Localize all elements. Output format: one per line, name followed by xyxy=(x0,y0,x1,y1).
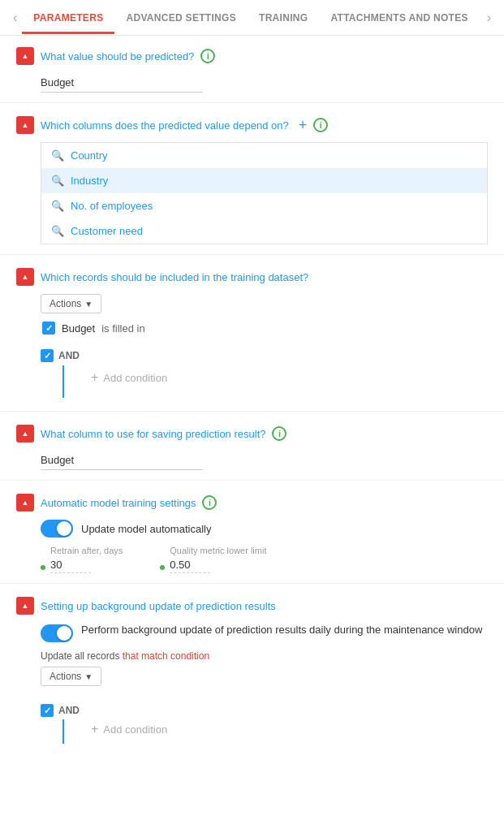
auto-update-toggle[interactable] xyxy=(41,520,73,538)
background-conditions-block: AND + Add condition xyxy=(41,694,488,746)
save-prediction-input[interactable] xyxy=(41,451,203,470)
column-label-employees: No. of employees xyxy=(71,200,153,212)
top-nav: ‹ PARAMETERS ADVANCED SETTINGS TRAINING … xyxy=(0,0,504,36)
section-columns: Which columns does the predicted value d… xyxy=(0,105,504,253)
background-update-toggle[interactable] xyxy=(41,624,73,642)
section4-collapse-icon[interactable] xyxy=(16,425,34,443)
add-column-icon[interactable]: + xyxy=(299,117,308,134)
bg-add-condition-button[interactable]: + Add condition xyxy=(91,722,167,736)
quality-label: Quality metric lower limit xyxy=(170,546,266,555)
column-label-country: Country xyxy=(71,149,108,162)
update-all-prefix: Update all records xyxy=(41,650,119,662)
search-icon-customer-need: 🔍 xyxy=(51,225,64,237)
toggle-thumb xyxy=(57,521,71,536)
section3-header: Which records should be included in the … xyxy=(16,268,488,286)
search-icon-industry: 🔍 xyxy=(51,175,64,187)
tab-advanced-settings[interactable]: ADVANCED SETTINGS xyxy=(114,1,248,34)
section-save-prediction: What column to use for saving prediction… xyxy=(0,413,504,478)
bg-add-condition-label: Add condition xyxy=(103,723,167,736)
tab-attachments[interactable]: ATTACHMENTS AND NOTES xyxy=(319,1,479,34)
background-actions-arrow: ▼ xyxy=(84,672,93,681)
bg-and-label: AND xyxy=(58,705,80,716)
vertical-line xyxy=(62,365,64,398)
add-condition-button[interactable]: + Add condition xyxy=(91,370,167,385)
section3-title: Which records should be included in the … xyxy=(41,271,308,283)
section5-collapse-icon[interactable] xyxy=(16,494,34,512)
section2-header: Which columns does the predicted value d… xyxy=(16,116,488,134)
column-item-industry[interactable]: 🔍 Industry xyxy=(41,168,487,193)
background-actions-label: Actions xyxy=(50,671,81,682)
training-condition-row: Budget is filled in xyxy=(41,322,488,335)
background-actions-button[interactable]: Actions ▼ xyxy=(41,667,101,686)
quality-group: Quality metric lower limit 0.50 xyxy=(160,546,266,573)
section1-info-icon[interactable]: i xyxy=(200,49,215,63)
background-update-label: Perform background update of prediction … xyxy=(81,623,482,637)
section2-collapse-icon[interactable] xyxy=(16,116,34,134)
update-all-match: that match condition xyxy=(123,650,209,662)
retrain-group: Retrain after, days 30 xyxy=(41,546,123,573)
section2-info-icon[interactable]: i xyxy=(313,118,328,132)
training-condition-field: Budget xyxy=(62,322,95,335)
bg-and-checkbox[interactable] xyxy=(41,704,54,717)
section5-info-icon[interactable]: i xyxy=(202,495,217,510)
and-row: AND xyxy=(41,349,80,362)
training-actions-label: Actions xyxy=(50,298,81,309)
section-training-records: Which records should be included in the … xyxy=(0,257,504,409)
training-conditions-block: Budget is filled in AND + xyxy=(41,322,488,401)
add-condition-label: Add condition xyxy=(103,372,167,384)
search-icon-country: 🔍 xyxy=(51,149,64,162)
auto-update-label: Update model automatically xyxy=(81,523,211,535)
retrain-label: Retrain after, days xyxy=(50,546,123,555)
settings-row: Retrain after, days 30 Quality metric lo… xyxy=(41,546,488,573)
training-actions-button[interactable]: Actions ▼ xyxy=(41,294,101,313)
column-label-customer-need: Customer need xyxy=(71,225,143,237)
update-all-text: Update all records that match condition xyxy=(41,650,488,662)
section-auto-training: Automatic model training settings i Upda… xyxy=(0,482,504,581)
quality-value-field[interactable]: 0.50 xyxy=(170,557,210,573)
and-checkbox[interactable] xyxy=(41,349,54,362)
column-label-industry: Industry xyxy=(71,175,108,187)
section1-collapse-icon[interactable] xyxy=(16,47,34,65)
column-list: 🔍 Country 🔍 Industry 🔍 No. of employees … xyxy=(41,142,488,244)
small-left: AND xyxy=(41,694,80,746)
bg-add-condition-plus-icon: + xyxy=(91,722,98,736)
nav-prev-arrow[interactable]: ‹ xyxy=(8,11,22,25)
and-label: AND xyxy=(58,350,80,361)
search-icon-employees: 🔍 xyxy=(51,200,64,212)
section4-title: What column to use for saving prediction… xyxy=(41,428,265,440)
column-item-customer-need[interactable]: 🔍 Customer need xyxy=(41,218,487,244)
section6-header: Setting up background update of predicti… xyxy=(16,597,488,615)
tab-parameters[interactable]: PARAMETERS xyxy=(22,1,114,34)
training-condition-checkbox[interactable] xyxy=(42,322,55,335)
section-background-update: Setting up background update of predicti… xyxy=(0,585,504,754)
section6-collapse-icon[interactable] xyxy=(16,597,34,615)
section2-title: Which columns does the predicted value d… xyxy=(41,119,289,132)
section4-header: What column to use for saving prediction… xyxy=(16,425,488,443)
column-item-employees[interactable]: 🔍 No. of employees xyxy=(41,193,487,218)
training-condition-operator: is filled in xyxy=(101,322,144,335)
nav-next-arrow[interactable]: › xyxy=(482,11,496,25)
column-item-country[interactable]: 🔍 Country xyxy=(41,143,487,168)
retrain-green-dot xyxy=(41,565,45,570)
add-condition-plus-icon: + xyxy=(91,370,98,385)
section5-header: Automatic model training settings i xyxy=(16,494,488,512)
training-actions-arrow: ▼ xyxy=(84,300,93,309)
section1-header: What value should be predicted? i xyxy=(16,47,488,65)
section5-title: Automatic model training settings xyxy=(41,497,196,509)
section4-info-icon[interactable]: i xyxy=(272,426,286,441)
section1-title: What value should be predicted? xyxy=(41,50,194,63)
predicted-value-input[interactable] xyxy=(41,73,203,93)
section6-title: Setting up background update of predicti… xyxy=(41,600,276,612)
bg-vertical-line xyxy=(62,719,64,744)
quality-green-dot xyxy=(160,565,165,570)
bg-toggle-thumb xyxy=(57,626,71,641)
section3-collapse-icon[interactable] xyxy=(16,268,34,286)
tab-training[interactable]: TRAINING xyxy=(248,1,319,34)
bg-and-row: AND xyxy=(41,704,80,717)
retrain-value-field[interactable]: 30 xyxy=(50,557,91,573)
section-predicted-value: What value should be predicted? i xyxy=(0,36,504,101)
